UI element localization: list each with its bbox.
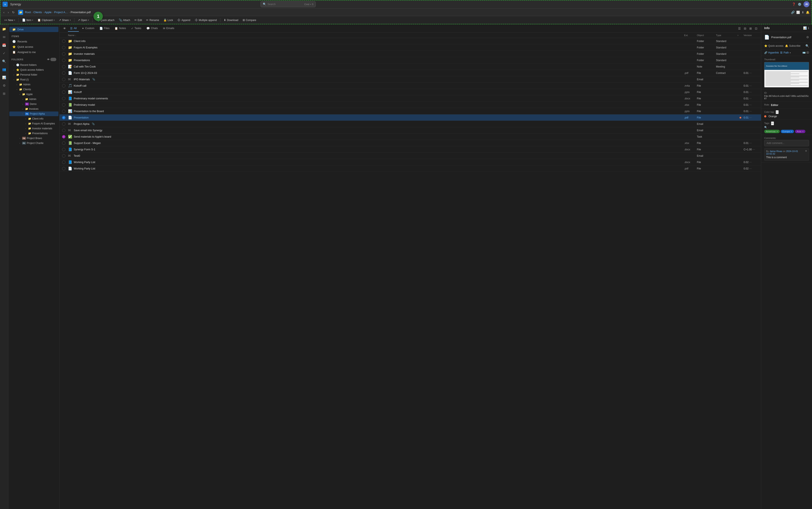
subscribe-btn[interactable]: 🔔 Subscribe: [785, 44, 800, 47]
table-row[interactable]: 📗 Support Excel - Megan .xlsx File 0.01⋯: [60, 140, 761, 146]
table-row[interactable]: 📗 Preliminary model .xlsx File 0.01⋯: [60, 102, 761, 108]
tree-item-clients[interactable]: › 📁 Clients: [9, 87, 58, 92]
tree-item-root[interactable]: › 📁 Root (/): [9, 77, 58, 82]
row-checkbox[interactable]: [62, 141, 65, 145]
table-row[interactable]: ✉ Test0 Email: [60, 153, 761, 159]
version-more-btn[interactable]: ⋯: [749, 72, 752, 74]
table-row[interactable]: 📄 Form 10-Q 2024-03 .pdf File Contract 0…: [60, 70, 761, 76]
row-checkbox[interactable]: [62, 84, 65, 88]
tree-item-invoices[interactable]: › 📁 Invoices: [9, 107, 58, 111]
table-row-selected[interactable]: ✓ 📄 Presentation .pdf File 0.01⋯: [60, 114, 761, 121]
tags-edit-btn[interactable]: ✏: [771, 122, 774, 125]
version-more-btn[interactable]: ⋯: [752, 148, 755, 151]
tab-notes[interactable]: 📋 Notes: [112, 26, 128, 32]
info-file-settings-btn[interactable]: ⚙: [806, 35, 809, 39]
rail-search-btn[interactable]: 🔍: [1, 58, 7, 65]
sidebar-item-quick-access[interactable]: ⭐ Quick access: [9, 44, 58, 49]
row-checkbox[interactable]: [62, 39, 65, 43]
tree-item-apple-admin[interactable]: › 📁 Admin: [9, 97, 58, 102]
avatar[interactable]: JR: [804, 1, 809, 7]
tab-chats[interactable]: 💬 Chats: [144, 26, 160, 32]
rail-drive-btn[interactable]: 📁: [1, 26, 7, 32]
row-checkbox[interactable]: [62, 97, 65, 100]
hyperlink-btn[interactable]: 🔗 Hyperlink: [764, 51, 779, 54]
id-btn[interactable]: 🪪 ID: [803, 51, 809, 54]
rail-grid-btn[interactable]: ⊞: [1, 91, 7, 97]
tree-item-project-alpha[interactable]: › PA Project Alpha: [9, 111, 58, 116]
version-more-btn[interactable]: ⋯: [749, 91, 752, 94]
folders-toggle[interactable]: 👁: [47, 58, 57, 61]
sidebar-item-recents[interactable]: 🕐 Recents: [9, 39, 58, 44]
table-row[interactable]: 📘 Synergy Form S-1 .docx File C+1.00⋯: [60, 146, 761, 153]
breadcrumb-root[interactable]: Root: [25, 11, 31, 14]
version-more-btn[interactable]: ⋯: [749, 97, 752, 100]
tab-custom[interactable]: ✦ Custom: [80, 26, 96, 32]
version-more-btn[interactable]: ⋯: [749, 116, 752, 119]
row-checkbox[interactable]: [62, 46, 65, 49]
comment-close-btn[interactable]: ✕: [805, 149, 807, 152]
tree-item-recent-folders[interactable]: › 🕐 Recent folders: [9, 63, 58, 67]
append-button[interactable]: ➕Append: [175, 18, 192, 23]
attach-button[interactable]: 📎Attach: [117, 18, 132, 23]
expand-icon-btn[interactable]: ⬜: [796, 11, 800, 14]
eye-button[interactable]: 👁: [62, 26, 67, 31]
breadcrumb-project[interactable]: Project A…: [54, 11, 68, 14]
table-row[interactable]: 🎵 Kickoff call .m4a File 0.01⋯: [60, 82, 761, 89]
sidebar-item-assigned[interactable]: 📋 Assigned to me: [9, 49, 58, 55]
tab-emails[interactable]: ✉ Emails: [161, 26, 176, 32]
tree-item-demo[interactable]: › D Demo: [9, 102, 58, 106]
bell-btn[interactable]: 🔔: [806, 11, 809, 14]
help-button[interactable]: ❓: [792, 3, 795, 6]
tree-item-foqum[interactable]: › 📁 Foqum AI Examples: [9, 121, 58, 126]
tree-item-personal-folder[interactable]: › 📁 Personal folder: [9, 72, 58, 77]
table-row[interactable]: 📁 Investor materials Folder Standard: [60, 51, 761, 57]
clipboard-button[interactable]: 📋Clipboard ▾: [36, 18, 56, 23]
table-row[interactable]: 📁 Client info Folder Standard: [60, 38, 761, 44]
share-button[interactable]: ↗Share ▾: [57, 18, 72, 23]
table-row[interactable]: 📄 Working Party List .pdf File 0.02⋯: [60, 165, 761, 172]
table-row[interactable]: 📁 Presentations Folder Standard: [60, 57, 761, 64]
sidebar-item-drive[interactable]: 📁 Drive: [9, 27, 58, 32]
tab-tasks[interactable]: ✓ Tasks: [129, 26, 143, 32]
multiple-append-button[interactable]: ➕Multiple append: [193, 18, 219, 23]
color-edit-btn[interactable]: ✏: [776, 110, 779, 114]
item-button[interactable]: 📄Item ▾: [21, 18, 35, 23]
path-btn[interactable]: ⛓ Path ▾: [780, 51, 791, 54]
row-checkbox[interactable]: [62, 148, 65, 151]
tag-asia[interactable]: Asia ✕: [795, 130, 805, 133]
rail-settings-btn[interactable]: ⚙: [1, 82, 7, 89]
table-row[interactable]: ✉ IPO Materials 📎 Email: [60, 76, 761, 82]
download-nav-btn[interactable]: ⬇: [802, 11, 804, 14]
link-icon-btn[interactable]: 🔗: [791, 11, 794, 14]
grid-view-btn[interactable]: ⊞: [748, 26, 753, 31]
row-checkbox[interactable]: [62, 91, 65, 94]
rail-contacts-btn[interactable]: 👥: [1, 66, 7, 73]
tree-item-apple[interactable]: › 📁 Apple: [9, 92, 58, 97]
row-checkbox[interactable]: [62, 52, 65, 56]
breadcrumb-apple[interactable]: Apple: [44, 11, 52, 14]
tree-item-investor[interactable]: › 📁 Investor materials: [9, 126, 58, 131]
search-input[interactable]: [267, 3, 303, 6]
tree-item-admin[interactable]: › 📁 Admin: [9, 82, 58, 87]
table-row[interactable]: 📁 Foqum AI Examples Folder Standard: [60, 44, 761, 51]
version-more-btn[interactable]: ⋯: [749, 161, 752, 164]
back-button[interactable]: ‹: [3, 10, 5, 14]
list-view-btn[interactable]: ☰: [737, 26, 742, 31]
table-row[interactable]: 📊 Kickoff .pptx File 0.01⋯: [60, 89, 761, 95]
refresh-button[interactable]: ↻: [11, 10, 15, 14]
version-more-btn[interactable]: ⋯: [749, 110, 752, 113]
row-checkbox[interactable]: [62, 78, 65, 81]
info-search-btn[interactable]: 🔍: [805, 44, 809, 47]
row-checkbox[interactable]: [62, 129, 65, 132]
tag-americas[interactable]: Americas ✕: [764, 130, 780, 133]
rename-button[interactable]: ✏Rename: [144, 18, 161, 23]
tag-asia-remove[interactable]: ✕: [802, 130, 804, 133]
quick-access-info-btn[interactable]: ⭐ Quick access: [764, 44, 783, 47]
version-more-btn[interactable]: ⋯: [749, 84, 752, 87]
table-row[interactable]: 📘 Preliminary model comments .docx File …: [60, 95, 761, 102]
forward-button[interactable]: ›: [7, 10, 10, 14]
tab-all[interactable]: ☰ All: [68, 26, 79, 32]
large-grid-view-btn[interactable]: ⊡: [754, 26, 758, 31]
tree-item-presentations[interactable]: › 📁 Presentations: [9, 131, 58, 136]
lock-button[interactable]: 🔒Lock: [162, 18, 175, 23]
